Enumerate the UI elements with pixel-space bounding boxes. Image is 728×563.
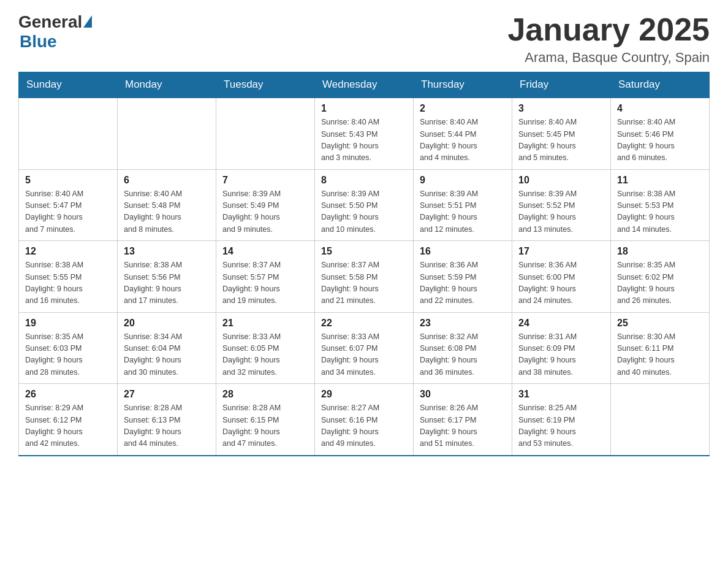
- logo-triangle-icon: [83, 15, 92, 28]
- title-area: January 2025 Arama, Basque Country, Spai…: [507, 12, 710, 66]
- day-number: 24: [518, 318, 604, 329]
- day-info: Sunrise: 8:36 AM Sunset: 6:00 PM Dayligh…: [518, 259, 604, 307]
- day-number: 16: [420, 246, 506, 257]
- calendar-day-cell: 8Sunrise: 8:39 AM Sunset: 5:50 PM Daylig…: [315, 169, 414, 241]
- calendar-day-cell: 27Sunrise: 8:28 AM Sunset: 6:13 PM Dayli…: [118, 384, 216, 456]
- calendar-day-cell: 16Sunrise: 8:36 AM Sunset: 5:59 PM Dayli…: [414, 241, 512, 313]
- calendar-day-cell: 5Sunrise: 8:40 AM Sunset: 5:47 PM Daylig…: [19, 169, 118, 241]
- calendar-day-cell: 31Sunrise: 8:25 AM Sunset: 6:19 PM Dayli…: [512, 384, 611, 456]
- calendar-day-cell: 19Sunrise: 8:35 AM Sunset: 6:03 PM Dayli…: [19, 312, 118, 384]
- day-info: Sunrise: 8:35 AM Sunset: 6:03 PM Dayligh…: [25, 331, 111, 379]
- logo: General Blue: [18, 12, 92, 52]
- day-info: Sunrise: 8:40 AM Sunset: 5:43 PM Dayligh…: [321, 117, 407, 164]
- day-number: 23: [420, 318, 506, 329]
- day-number: 12: [25, 246, 111, 257]
- day-number: 10: [518, 175, 604, 186]
- logo-blue-text: Blue: [20, 32, 57, 52]
- day-info: Sunrise: 8:40 AM Sunset: 5:45 PM Dayligh…: [518, 117, 604, 164]
- calendar-day-cell: 1Sunrise: 8:40 AM Sunset: 5:43 PM Daylig…: [315, 98, 414, 169]
- calendar-day-cell: 20Sunrise: 8:34 AM Sunset: 6:04 PM Dayli…: [118, 312, 216, 384]
- day-number: 15: [321, 246, 407, 257]
- calendar-day-cell: 29Sunrise: 8:27 AM Sunset: 6:16 PM Dayli…: [315, 384, 414, 456]
- day-info: Sunrise: 8:36 AM Sunset: 5:59 PM Dayligh…: [420, 259, 506, 307]
- calendar-day-cell: 13Sunrise: 8:38 AM Sunset: 5:56 PM Dayli…: [118, 241, 216, 313]
- calendar-day-cell: 28Sunrise: 8:28 AM Sunset: 6:15 PM Dayli…: [216, 384, 315, 456]
- day-info: Sunrise: 8:39 AM Sunset: 5:52 PM Dayligh…: [518, 188, 604, 236]
- calendar-day-cell: 22Sunrise: 8:33 AM Sunset: 6:07 PM Dayli…: [315, 312, 414, 384]
- calendar-day-cell: 6Sunrise: 8:40 AM Sunset: 5:48 PM Daylig…: [118, 169, 216, 241]
- day-number: 26: [25, 389, 111, 400]
- day-info: Sunrise: 8:28 AM Sunset: 6:13 PM Dayligh…: [124, 402, 210, 450]
- day-number: 14: [222, 246, 308, 257]
- calendar-day-cell: 17Sunrise: 8:36 AM Sunset: 6:00 PM Dayli…: [512, 241, 611, 313]
- day-info: Sunrise: 8:28 AM Sunset: 6:15 PM Dayligh…: [222, 402, 308, 450]
- day-number: 3: [518, 103, 604, 114]
- day-number: 30: [420, 389, 506, 400]
- day-info: Sunrise: 8:33 AM Sunset: 6:07 PM Dayligh…: [321, 331, 407, 379]
- page-header: General Blue January 2025 Arama, Basque …: [18, 12, 710, 66]
- day-info: Sunrise: 8:39 AM Sunset: 5:49 PM Dayligh…: [222, 188, 308, 236]
- calendar-day-cell: 18Sunrise: 8:35 AM Sunset: 6:02 PM Dayli…: [611, 241, 710, 313]
- day-number: 11: [617, 175, 703, 186]
- day-info: Sunrise: 8:40 AM Sunset: 5:44 PM Dayligh…: [420, 117, 506, 164]
- day-number: 22: [321, 318, 407, 329]
- day-number: 28: [222, 389, 308, 400]
- calendar-day-cell: 24Sunrise: 8:31 AM Sunset: 6:09 PM Dayli…: [512, 312, 611, 384]
- calendar-week-row: 12Sunrise: 8:38 AM Sunset: 5:55 PM Dayli…: [19, 241, 710, 313]
- day-info: Sunrise: 8:27 AM Sunset: 6:16 PM Dayligh…: [321, 402, 407, 450]
- day-number: 4: [617, 103, 703, 114]
- day-info: Sunrise: 8:40 AM Sunset: 5:46 PM Dayligh…: [617, 117, 703, 164]
- day-info: Sunrise: 8:30 AM Sunset: 6:11 PM Dayligh…: [617, 331, 703, 379]
- calendar-day-cell: 7Sunrise: 8:39 AM Sunset: 5:49 PM Daylig…: [216, 169, 315, 241]
- calendar-day-cell: 10Sunrise: 8:39 AM Sunset: 5:52 PM Dayli…: [512, 169, 611, 241]
- day-info: Sunrise: 8:25 AM Sunset: 6:19 PM Dayligh…: [518, 402, 604, 450]
- day-number: 7: [222, 175, 308, 186]
- day-number: 5: [25, 175, 111, 186]
- day-number: 13: [124, 246, 210, 257]
- calendar-day-cell: 14Sunrise: 8:37 AM Sunset: 5:57 PM Dayli…: [216, 241, 315, 313]
- calendar-day-cell: 9Sunrise: 8:39 AM Sunset: 5:51 PM Daylig…: [414, 169, 512, 241]
- calendar-week-row: 19Sunrise: 8:35 AM Sunset: 6:03 PM Dayli…: [19, 312, 710, 384]
- day-info: Sunrise: 8:33 AM Sunset: 6:05 PM Dayligh…: [222, 331, 308, 379]
- calendar-day-cell: 2Sunrise: 8:40 AM Sunset: 5:44 PM Daylig…: [414, 98, 512, 169]
- day-info: Sunrise: 8:40 AM Sunset: 5:48 PM Dayligh…: [124, 188, 210, 236]
- day-info: Sunrise: 8:34 AM Sunset: 6:04 PM Dayligh…: [124, 331, 210, 379]
- day-number: 18: [617, 246, 703, 257]
- day-info: Sunrise: 8:39 AM Sunset: 5:50 PM Dayligh…: [321, 188, 407, 236]
- calendar-week-row: 26Sunrise: 8:29 AM Sunset: 6:12 PM Dayli…: [19, 384, 710, 456]
- month-title: January 2025: [507, 12, 710, 47]
- day-number: 19: [25, 318, 111, 329]
- calendar-day-cell: 26Sunrise: 8:29 AM Sunset: 6:12 PM Dayli…: [19, 384, 118, 456]
- calendar-week-row: 1Sunrise: 8:40 AM Sunset: 5:43 PM Daylig…: [19, 98, 710, 169]
- day-info: Sunrise: 8:26 AM Sunset: 6:17 PM Dayligh…: [420, 402, 506, 450]
- day-number: 21: [222, 318, 308, 329]
- day-info: Sunrise: 8:29 AM Sunset: 6:12 PM Dayligh…: [25, 402, 111, 450]
- day-number: 29: [321, 389, 407, 400]
- calendar-day-cell: [19, 98, 118, 169]
- calendar-table: SundayMondayTuesdayWednesdayThursdayFrid…: [18, 72, 710, 456]
- day-number: 2: [420, 103, 506, 114]
- calendar-day-cell: [216, 98, 315, 169]
- day-info: Sunrise: 8:32 AM Sunset: 6:08 PM Dayligh…: [420, 331, 506, 379]
- calendar-day-cell: [611, 384, 710, 456]
- calendar-day-cell: 12Sunrise: 8:38 AM Sunset: 5:55 PM Dayli…: [19, 241, 118, 313]
- calendar-day-cell: 23Sunrise: 8:32 AM Sunset: 6:08 PM Dayli…: [414, 312, 512, 384]
- calendar-day-cell: 11Sunrise: 8:38 AM Sunset: 5:53 PM Dayli…: [611, 169, 710, 241]
- day-number: 9: [420, 175, 506, 186]
- calendar-header-tuesday: Tuesday: [216, 72, 315, 98]
- day-info: Sunrise: 8:38 AM Sunset: 5:53 PM Dayligh…: [617, 188, 703, 236]
- calendar-day-cell: 30Sunrise: 8:26 AM Sunset: 6:17 PM Dayli…: [414, 384, 512, 456]
- logo-general-text: General: [18, 12, 82, 32]
- calendar-header-wednesday: Wednesday: [315, 72, 414, 98]
- calendar-day-cell: 3Sunrise: 8:40 AM Sunset: 5:45 PM Daylig…: [512, 98, 611, 169]
- day-number: 31: [518, 389, 604, 400]
- day-number: 8: [321, 175, 407, 186]
- day-info: Sunrise: 8:31 AM Sunset: 6:09 PM Dayligh…: [518, 331, 604, 379]
- location-title: Arama, Basque Country, Spain: [507, 50, 710, 66]
- calendar-day-cell: 4Sunrise: 8:40 AM Sunset: 5:46 PM Daylig…: [611, 98, 710, 169]
- day-info: Sunrise: 8:37 AM Sunset: 5:57 PM Dayligh…: [222, 259, 308, 307]
- calendar-header-sunday: Sunday: [19, 72, 118, 98]
- day-info: Sunrise: 8:35 AM Sunset: 6:02 PM Dayligh…: [617, 259, 703, 307]
- day-info: Sunrise: 8:37 AM Sunset: 5:58 PM Dayligh…: [321, 259, 407, 307]
- calendar-day-cell: 21Sunrise: 8:33 AM Sunset: 6:05 PM Dayli…: [216, 312, 315, 384]
